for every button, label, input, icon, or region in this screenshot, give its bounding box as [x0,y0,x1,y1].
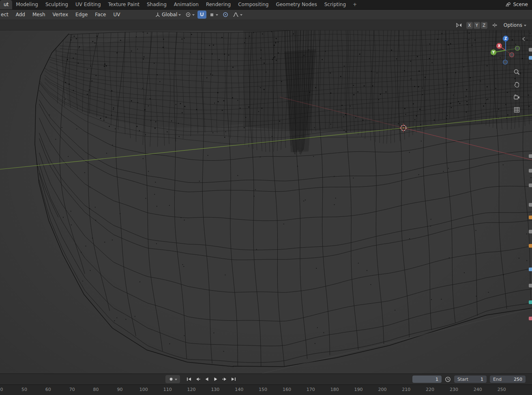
pivot-dropdown[interactable] [184,11,196,19]
workspace-tab-geometry-nodes[interactable]: Geometry Nodes [272,0,320,9]
3d-viewport[interactable]: XYZ [0,30,532,373]
snap-magnet-icon [199,12,205,17]
timeline-ruler[interactable]: 0506070809010011012013014015016017018019… [0,384,532,395]
svg-text:Z: Z [504,37,507,41]
start-frame-field[interactable]: Start 1 [454,376,487,383]
pan-button[interactable] [513,81,521,88]
workspace-tab-compositing[interactable]: Compositing [234,0,272,9]
falloff-dropdown[interactable] [231,11,244,19]
workspace-tab-modeling[interactable]: Modeling [12,0,42,9]
add-workspace-button[interactable]: + [350,0,360,9]
physics-tab[interactable] [529,300,532,304]
orientation-dropdown[interactable]: Global [153,11,182,19]
options-dropdown[interactable]: Options [502,22,528,29]
proportional-editing-toggle[interactable] [221,11,230,19]
tool-tab[interactable] [529,154,532,158]
play-button[interactable] [212,375,220,383]
camera-view-icon [513,94,520,100]
mirror-x-button[interactable]: X [466,22,473,29]
workspace-tab-rendering[interactable]: Rendering [202,0,234,9]
play-icon [213,377,218,382]
editor-tab-2[interactable] [529,56,532,60]
end-label: End [493,377,502,382]
ruler-label: 200 [378,387,386,392]
ruler-label: 140 [235,387,243,392]
play-reverse-button[interactable] [203,375,211,383]
workspace-tab-ut[interactable]: ut [0,0,12,9]
start-label: Start [457,377,468,382]
jump-to-start-button[interactable] [185,375,193,383]
grid-view-button[interactable] [513,106,521,113]
frame-range-controls: 1 Start 1 End 250 [412,376,526,383]
snap-toggle[interactable] [197,11,206,19]
menu-ect[interactable]: ect [0,10,12,19]
chevron-left-icon [522,37,526,41]
current-frame-field[interactable]: 1 [412,376,442,383]
menu-face[interactable]: Face [91,10,109,19]
chevron-down-icon [240,14,242,16]
mirror-y-button[interactable]: Y [474,22,480,29]
viewport-header: ectAddMeshVertexEdgeFaceUV Global [0,10,532,20]
svg-text:Y: Y [492,50,495,54]
ruler-label: 70 [69,387,75,392]
jump-to-end-button[interactable] [230,375,238,383]
jump-end-icon [231,377,236,382]
next-keyframe-button[interactable] [221,375,229,383]
jump-start-icon [186,377,192,382]
snap-with-dropdown[interactable] [208,11,220,19]
menu-mesh[interactable]: Mesh [29,10,49,19]
ruler-label: 60 [45,387,51,392]
end-frame-field[interactable]: End 250 [490,376,526,383]
ruler-label: 0 [0,387,3,392]
chevron-down-icon [192,14,195,16]
chevron-down-icon [216,14,218,16]
workspace-tab-scripting[interactable]: Scripting [321,0,350,9]
particles-tab[interactable] [529,284,532,287]
viewport-tool-column [513,68,521,113]
workspace-tab-sculpting[interactable]: Sculpting [42,0,72,9]
pivot-icon [185,12,191,17]
menu-add[interactable]: Add [12,10,29,19]
options-label: Options [504,22,522,28]
workspace-tab-shading[interactable]: Shading [143,0,170,9]
scene-tab[interactable] [529,216,532,219]
menu-uv[interactable]: UV [109,10,124,19]
end-value: 250 [514,377,522,382]
menu-vertex[interactable]: Vertex [49,10,72,19]
gizmo-neg-x-ball [510,53,514,57]
falloff-icon [233,12,239,17]
playback-controls [165,375,238,383]
properties-tab-strip [527,30,532,373]
workspace-tab-animation[interactable]: Animation [170,0,202,9]
camera-view-button[interactable] [513,93,521,101]
render-tab[interactable] [529,169,532,173]
editor-tab-1[interactable] [529,48,532,52]
workspace-tab-texture-paint[interactable]: Texture Paint [105,0,143,9]
zoom-button[interactable] [513,68,521,76]
orientation-icon [155,12,161,17]
clock-icon[interactable] [445,376,451,382]
symmetry-toggle[interactable] [454,21,464,29]
sidebar-collapse-button[interactable] [521,36,526,42]
symmetry-butterfly-icon [456,22,462,28]
view-layer-tab[interactable] [529,203,532,207]
scene-selector[interactable]: Scene [505,0,532,9]
workspace-tabs: utModelingSculptingUV EditingTexture Pai… [0,0,350,9]
object-tab[interactable] [529,244,532,248]
previous-keyframe-button[interactable] [194,375,202,383]
timeline-header: 1 Start 1 End 250 [0,373,532,384]
gizmo-neg-y-ball [515,46,520,51]
data-tab[interactable] [529,317,532,320]
output-tab[interactable] [529,183,532,187]
snap-symmetry-button[interactable] [490,21,500,29]
menu-edge[interactable]: Edge [72,10,91,19]
modifiers-tab[interactable] [529,268,532,271]
mirror-z-button[interactable]: Z [481,22,487,29]
proportional-editing-icon [223,12,228,17]
ruler-label: 120 [187,387,196,392]
grid-view-icon [513,106,520,113]
world-tab[interactable] [529,230,532,233]
auto-key-record-button[interactable] [165,375,180,383]
workspace-tab-uv-editing[interactable]: UV Editing [72,0,105,9]
navigation-gizmo[interactable]: XYZ [489,33,522,67]
